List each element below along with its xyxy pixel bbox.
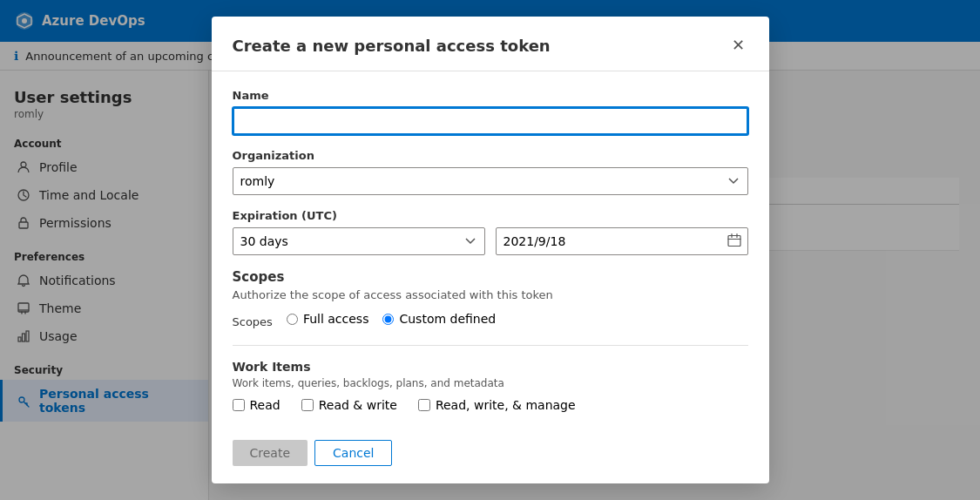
scopes-title: Scopes — [233, 269, 748, 285]
org-label: Organization — [233, 149, 748, 162]
expiration-date-wrap — [496, 227, 748, 255]
read-checkbox[interactable] — [233, 399, 245, 411]
name-field-group: Name — [233, 89, 748, 135]
expiration-days-select[interactable]: 30 days 60 days 90 days Custom — [233, 227, 485, 255]
custom-defined-label: Custom defined — [399, 312, 496, 326]
expiration-days-wrap: 30 days 60 days 90 days Custom — [233, 227, 485, 255]
work-items-desc: Work items, queries, backlogs, plans, an… — [233, 377, 748, 389]
name-label: Name — [233, 89, 748, 102]
read-write-manage-checkbox-item[interactable]: Read, write, & manage — [418, 398, 576, 412]
full-access-radio[interactable] — [287, 314, 298, 325]
read-label: Read — [250, 398, 280, 412]
read-write-manage-label: Read, write, & manage — [436, 398, 576, 412]
cancel-button[interactable]: Cancel — [314, 440, 392, 466]
org-field-group: Organization romly All organizations — [233, 149, 748, 195]
read-write-label: Read & write — [319, 398, 397, 412]
scopes-divider — [233, 345, 748, 346]
full-access-label: Full access — [303, 312, 369, 326]
scopes-section: Scopes Authorize the scope of access ass… — [233, 269, 748, 331]
scopes-label-row: Scopes Full access Custom defined — [233, 312, 748, 331]
create-button[interactable]: Create — [233, 440, 308, 466]
read-write-manage-checkbox[interactable] — [418, 399, 430, 411]
org-select[interactable]: romly All organizations — [233, 167, 748, 195]
read-checkbox-item[interactable]: Read — [233, 398, 280, 412]
modal-body: Name Organization romly All organization… — [212, 71, 769, 429]
work-items-section: Work Items Work items, queries, backlogs… — [233, 360, 748, 412]
expiration-date-input[interactable] — [496, 227, 748, 255]
modal-overlay: Create a new personal access token ✕ Nam… — [0, 0, 980, 500]
read-write-checkbox[interactable] — [301, 399, 314, 411]
custom-defined-radio[interactable] — [382, 314, 394, 325]
read-write-checkbox-item[interactable]: Read & write — [301, 398, 397, 412]
expiration-row: 30 days 60 days 90 days Custom — [233, 227, 748, 255]
work-items-title: Work Items — [233, 360, 748, 374]
modal-close-button[interactable]: ✕ — [728, 34, 748, 57]
modal-header: Create a new personal access token ✕ — [212, 17, 769, 71]
radio-full-access[interactable]: Full access — [287, 312, 369, 326]
modal-dialog: Create a new personal access token ✕ Nam… — [212, 17, 769, 483]
scopes-desc: Authorize the scope of access associated… — [233, 288, 748, 301]
scopes-row-label: Scopes — [233, 315, 273, 328]
radio-custom-defined[interactable]: Custom defined — [382, 312, 496, 326]
name-input[interactable] — [233, 107, 748, 135]
expiration-field-group: Expiration (UTC) 30 days 60 days 90 days… — [233, 209, 748, 255]
modal-footer: Create Cancel — [212, 429, 769, 483]
expiration-label: Expiration (UTC) — [233, 209, 748, 222]
work-items-checkbox-row: Read Read & write Read, write, & manage — [233, 398, 748, 412]
modal-title: Create a new personal access token — [233, 37, 551, 55]
